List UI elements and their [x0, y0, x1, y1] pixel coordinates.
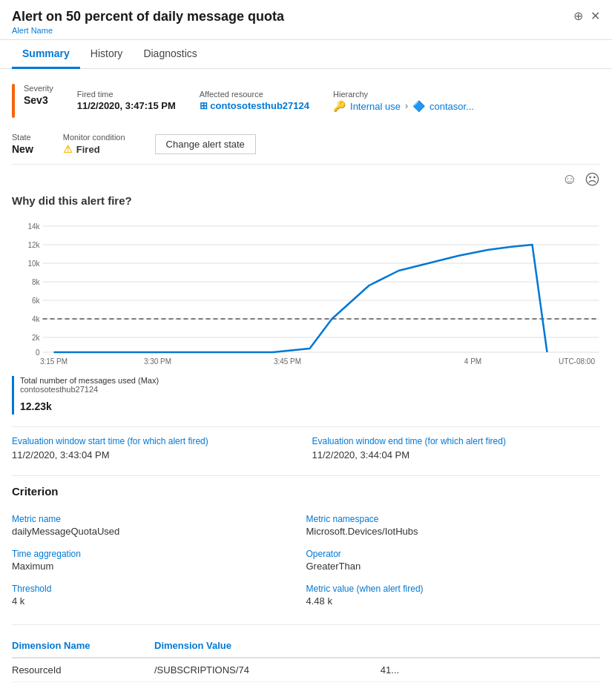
- pin-icon[interactable]: ⊕: [573, 9, 583, 23]
- crit-operator-label: Operator: [306, 549, 601, 559]
- chart-metric-box: Total number of messages used (Max) cont…: [12, 376, 600, 415]
- hierarchy-label: Hierarchy: [333, 90, 474, 99]
- happy-icon[interactable]: ☺: [562, 171, 577, 188]
- monitor-fired: ⚠ Fired: [63, 143, 125, 155]
- header-icons: ⊕ ✕: [573, 9, 600, 23]
- sad-icon[interactable]: ☹: [585, 171, 600, 188]
- divider-2: [12, 475, 600, 476]
- svg-text:10k: 10k: [27, 260, 40, 268]
- crit-threshold-value: 4 k: [12, 595, 306, 607]
- state-section: State New: [12, 133, 33, 155]
- affected-resource-section: Affected resource ⊞ contosotesthub27124: [200, 84, 309, 118]
- monitor-label: Monitor condition: [63, 133, 125, 142]
- divider-3: [12, 624, 600, 625]
- why-fired-title: Why did this alert fire?: [12, 194, 600, 207]
- crit-operator: Operator GreaterThan: [306, 543, 601, 578]
- tabs-bar: Summary History Diagnostics: [0, 40, 612, 69]
- content-area: Severity Sev3 Fired time 11/2/2020, 3:47…: [0, 69, 612, 694]
- state-value: New: [12, 143, 33, 155]
- crit-metric-value: Metric value (when alert fired) 4.48 k: [306, 578, 601, 612]
- hierarchy-row: 🔑 Internal use › 🔷 contasor...: [333, 100, 474, 112]
- crit-metric-value-value: 4.48 k: [306, 595, 601, 607]
- svg-text:6k: 6k: [32, 297, 41, 305]
- panel-subtitle: Alert Name: [12, 26, 284, 35]
- monitor-section: Monitor condition ⚠ Fired: [63, 133, 125, 155]
- eval-start-label: Evaluation window start time (for which …: [12, 436, 300, 446]
- eval-end-value: 11/2/2020, 3:44:04 PM: [312, 449, 601, 460]
- fired-time-value: 11/2/2020, 3:47:15 PM: [77, 100, 176, 111]
- crit-metric-value-label: Metric value (when alert fired): [306, 584, 601, 594]
- severity-value: Sev3: [24, 94, 53, 106]
- crit-metric-name-label: Metric name: [12, 514, 306, 524]
- svg-text:3:45 PM: 3:45 PM: [274, 357, 301, 366]
- crit-time-agg-label: Time aggregation: [12, 549, 306, 559]
- dim-name-header: Dimension Name: [12, 634, 154, 658]
- fired-time-label: Fired time: [77, 90, 176, 99]
- warning-icon: ⚠: [63, 143, 73, 155]
- svg-text:4 PM: 4 PM: [464, 357, 481, 366]
- panel-header: Alert on 50 percent of daily message quo…: [0, 0, 612, 40]
- severity-indicator: [12, 84, 15, 118]
- feedback-section: ☺ ☹: [12, 171, 600, 188]
- divider-1: [12, 426, 600, 427]
- tab-history[interactable]: History: [80, 40, 134, 69]
- evaluation-grid: Evaluation window start time (for which …: [12, 436, 600, 460]
- svg-text:2k: 2k: [32, 334, 41, 342]
- header-left: Alert on 50 percent of daily message quo…: [12, 9, 284, 35]
- crit-operator-value: GreaterThan: [306, 561, 601, 572]
- chart-container: 14k 12k 10k 8k 6k 4k 2k 0 3:15 PM 3:30 P…: [12, 219, 600, 367]
- svg-text:12k: 12k: [27, 241, 40, 249]
- crit-threshold-label: Threshold: [12, 584, 306, 594]
- grid-icon: ⊞: [200, 100, 211, 111]
- criterion-title: Criterion: [12, 485, 600, 498]
- eval-start: Evaluation window start time (for which …: [12, 436, 300, 460]
- dim-value-cell: /SUBSCRIPTIONS/74 41...: [154, 658, 600, 682]
- hierarchy-resource[interactable]: contasor...: [430, 101, 474, 112]
- svg-text:8k: 8k: [32, 278, 41, 286]
- hierarchy-key-icon: 🔑: [333, 100, 346, 112]
- alert-chart: 14k 12k 10k 8k 6k 4k 2k 0 3:15 PM 3:30 P…: [12, 219, 600, 367]
- hierarchy-section: Hierarchy 🔑 Internal use › 🔷 contasor...: [333, 84, 474, 118]
- crit-metric-namespace: Metric namespace Microsoft.Devices/IotHu…: [306, 508, 601, 543]
- crit-metric-namespace-label: Metric namespace: [306, 514, 601, 524]
- dim-name-cell: ResourceId: [12, 658, 154, 682]
- close-icon[interactable]: ✕: [590, 9, 600, 23]
- tab-summary[interactable]: Summary: [12, 40, 80, 69]
- state-label: State: [12, 133, 33, 142]
- eval-end-label: Evaluation window end time (for which al…: [312, 436, 601, 446]
- dim-value-header: Dimension Value: [154, 634, 600, 658]
- chart-metric-title: Total number of messages used (Max): [20, 376, 600, 385]
- eval-start-value: 11/2/2020, 3:43:04 PM: [12, 449, 300, 460]
- affected-resource-value: ⊞ contosotesthub27124: [200, 100, 309, 111]
- crit-metric-name: Metric name dailyMessageQuotaUsed: [12, 508, 306, 543]
- fired-time-section: Fired time 11/2/2020, 3:47:15 PM: [77, 84, 176, 118]
- crit-threshold: Threshold 4 k: [12, 578, 306, 612]
- crit-metric-name-value: dailyMessageQuotaUsed: [12, 526, 306, 537]
- meta-row-1: Severity Sev3 Fired time 11/2/2020, 3:47…: [12, 81, 600, 121]
- monitor-value: Fired: [76, 144, 100, 155]
- svg-text:0: 0: [36, 349, 40, 357]
- meta-row-2: State New Monitor condition ⚠ Fired Chan…: [12, 127, 600, 165]
- severity-content: Severity Sev3: [24, 84, 53, 118]
- svg-text:UTC-08:00: UTC-08:00: [559, 357, 595, 366]
- hierarchy-arrow: ›: [405, 101, 408, 111]
- svg-text:3:15 PM: 3:15 PM: [40, 357, 68, 366]
- severity-section: Severity Sev3: [12, 84, 53, 118]
- eval-end: Evaluation window end time (for which al…: [312, 436, 601, 460]
- table-row: ResourceId /SUBSCRIPTIONS/74 41...: [12, 658, 600, 682]
- hierarchy-internal[interactable]: Internal use: [350, 101, 401, 112]
- svg-text:3:30 PM: 3:30 PM: [144, 357, 171, 366]
- svg-text:4k: 4k: [32, 315, 41, 323]
- panel-title: Alert on 50 percent of daily message quo…: [12, 9, 284, 24]
- severity-label: Severity: [24, 84, 53, 93]
- affected-resource-label: Affected resource: [200, 90, 309, 99]
- chart-metric-value: 12.23k: [20, 395, 600, 415]
- tab-diagnostics[interactable]: Diagnostics: [133, 40, 207, 69]
- svg-text:14k: 14k: [27, 222, 40, 231]
- criterion-grid: Metric name dailyMessageQuotaUsed Metric…: [12, 508, 600, 612]
- dimensions-table: Dimension Name Dimension Value ResourceI…: [12, 634, 600, 682]
- crit-metric-namespace-value: Microsoft.Devices/IotHubs: [306, 526, 601, 537]
- hierarchy-resource-icon: 🔷: [412, 100, 425, 112]
- chart-metric-resource: contosotesthub27124: [20, 385, 600, 394]
- change-alert-button[interactable]: Change alert state: [155, 134, 256, 154]
